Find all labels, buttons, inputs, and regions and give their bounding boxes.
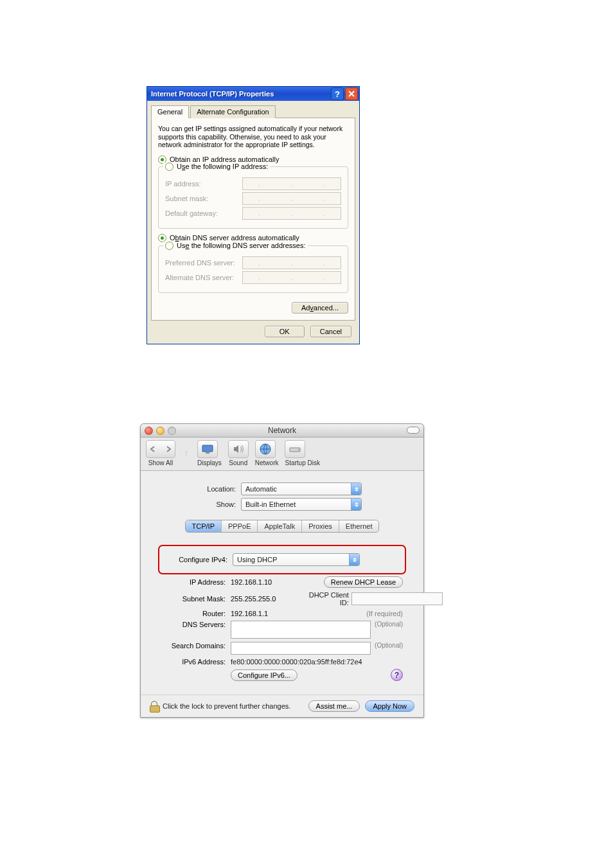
row-ip-address: IP address: ... [165,177,341,190]
popup-arrows-icon [351,483,361,495]
xp-titlebar: Internet Protocol (TCP/IP) Properties ? [147,87,359,101]
help-button[interactable]: ? [331,87,344,100]
toolbar-sound[interactable]: Sound [228,440,249,466]
advanced-button[interactable]: Advanced...Advanced... [292,302,348,314]
location-popup[interactable]: Automatic [241,483,362,495]
startup-disk-icon [289,444,301,454]
row-pref-dns: Preferred DNS server: ... [165,256,341,269]
tcpip-properties-dialog: Internet Protocol (TCP/IP) Properties ? … [147,86,360,344]
mac-window-title: Network [141,426,423,435]
tab-tcpip[interactable]: TCP/IP [186,520,222,532]
gateway-input[interactable]: ... [242,207,341,220]
tab-ethernet[interactable]: Ethernet [339,520,379,532]
mac-subnet-label: Subnet Mask: [161,595,231,603]
lock-text: Click the lock to prevent further change… [163,702,290,710]
mac-router-label: Router: [161,610,231,617]
toolbar-displays-label: Displays [197,459,222,466]
alt-dns-input[interactable]: ... [242,271,341,284]
toolbar-separator: ⋮ [182,450,191,457]
row-configure-ipv6: Configure IPv6... ? [161,669,403,681]
show-popup[interactable]: Built-in Ethernet [241,498,362,511]
subnet-label: Subnet mask: [165,195,242,202]
svg-point-4 [298,449,299,450]
ipv6-label: IPv6 Address: [161,658,231,666]
row-show: Show: Built-in Ethernet [152,498,412,511]
dns-group: Use the following DNS server addresses: … [158,245,348,293]
xp-footer: OK Cancel [151,321,355,337]
tab-alternate-config[interactable]: Alternate Configuration [190,105,276,118]
ok-button[interactable]: OK [265,326,305,337]
toolbar-displays[interactable]: Displays [197,440,222,466]
tab-proxies[interactable]: Proxies [302,520,339,532]
row-subnet: Subnet mask: ... [165,192,341,205]
xp-tab-panel: You can get IP settings assigned automat… [151,118,355,321]
pref-dns-label: Preferred DNS server: [165,259,242,267]
alt-dns-label: Alternate DNS server: [165,274,242,281]
apply-now-button[interactable]: Apply Now [365,700,414,712]
cancel-button[interactable]: Cancel [310,326,351,337]
highlight-configure-ipv4: Configure IPv4: Using DHCP [161,548,403,571]
lock-icon[interactable] [150,700,159,712]
radio-icon [165,163,173,171]
network-icon [259,443,272,456]
gateway-label: Default gateway: [165,209,242,217]
mac-footer: Click the lock to prevent further change… [141,695,423,717]
ip-address-input[interactable]: ... [242,177,341,190]
mac-ip-value: 192.168.1.10 [231,578,308,586]
toolbar-startup-disk[interactable]: Startup Disk [285,440,319,466]
search-domains-label: Search Domains: [161,642,231,650]
dns-servers-input[interactable] [231,621,371,639]
mac-tabstrip: TCP/IP PPPoE AppleTalk Proxies Ethernet [185,520,380,533]
dns-servers-label: DNS Servers: [161,621,231,628]
tab-appletalk[interactable]: AppleTalk [258,520,302,532]
tab-pppoe[interactable]: PPPoE [222,520,258,532]
configure-ipv4-popup[interactable]: Using DHCP [233,553,360,566]
row-subnet: Subnet Mask: 255.255.255.0 DHCP Client I… [161,591,403,607]
row-dns-servers: DNS Servers: (Optional) [161,621,403,639]
row-search-domains: Search Domains: (Optional) [161,642,403,655]
toolbar-startup-label: Startup Disk [285,459,319,466]
mac-subnet-value: 255.255.255.0 [231,595,308,603]
subnet-input[interactable]: ... [242,192,341,205]
configure-ipv4-value: Using DHCP [237,556,277,563]
tab-general[interactable]: General [151,105,189,118]
toolbar-network[interactable]: Network [255,440,279,466]
row-ipv6: IPv6 Address: fe80:0000:0000:0000:020a:9… [161,658,403,666]
mac-toolbar: Show All ⋮ Displays Sound Network Startu… [141,438,423,471]
toolbar-toggle-button[interactable] [407,427,420,434]
show-value: Built-in Ethernet [245,500,296,508]
optional-dns: (Optional) [375,621,403,628]
svg-rect-0 [202,445,213,452]
mac-titlebar: Network [141,424,423,438]
mac-content: Location: Automatic Show: Built-in Ether… [141,471,423,695]
close-button[interactable] [345,87,358,100]
tcpip-panel: Configure IPv4: Using DHCP IP Address: 1… [152,539,412,688]
show-label: Show: [152,500,241,508]
row-alt-dns: Alternate DNS server: ... [165,271,341,284]
toolbar-show-all-label: Show All [148,459,173,466]
ip-address-label: IP address: [165,180,242,188]
ipv6-value: fe80:0000:0000:0000:020a:95ff:fe8d:72e4 [231,658,362,666]
renew-dhcp-button[interactable]: Renew DHCP Lease [324,576,403,588]
configure-ipv6-button[interactable]: Configure IPv6... [231,669,298,681]
location-label: Location: [152,485,241,493]
svg-rect-1 [206,452,209,454]
radio-use-dns[interactable]: Use the following DNS server addresses: … [163,242,308,250]
xp-title: Internet Protocol (TCP/IP) Properties [151,90,330,98]
popup-arrows-icon [349,554,359,565]
displays-icon [201,444,214,454]
toolbar-back-forward[interactable]: Show All [146,440,175,466]
xp-body: General Alternate Configuration You can … [147,101,359,344]
row-location: Location: Automatic [152,483,412,495]
search-domains-input[interactable] [231,642,371,655]
row-gateway: Default gateway: ... [165,207,341,220]
help-button[interactable]: ? [391,669,403,681]
row-router: Router: 192.168.1.1 (If required) [161,610,403,617]
row-ip-address: IP Address: 192.168.1.10 Renew DHCP Leas… [161,576,403,588]
assist-me-button[interactable]: Assist me... [308,700,360,712]
mac-network-window: Network Show All ⋮ Displays Sound Networ… [140,423,424,718]
radio-use-ip[interactable]: Use the following IP address: Use the fo… [163,163,270,171]
dhcp-client-id-input[interactable] [351,592,443,605]
advanced-row: Advanced...Advanced... [158,298,348,315]
pref-dns-input[interactable]: ... [242,256,341,269]
